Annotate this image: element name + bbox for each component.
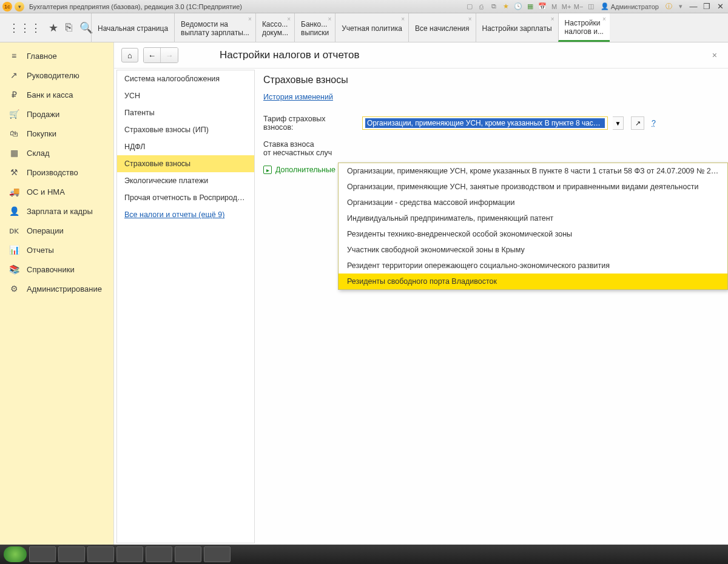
sidebar-icon: 📚	[8, 264, 19, 274]
sidebar-icon: 🛍	[8, 129, 19, 138]
forward-button[interactable]: →	[161, 48, 178, 62]
sidebar-item-1[interactable]: ↗Руководителю	[0, 65, 113, 85]
favorite-icon[interactable]: ★	[49, 21, 58, 35]
dropdown-item-4[interactable]: Резиденты технико-внедренческой особой э…	[339, 226, 727, 242]
dropdown-item-0[interactable]: Организации, применяющие УСН, кроме указ…	[339, 163, 727, 179]
tab-6[interactable]: ×Настройки зарплаты	[476, 13, 558, 42]
tab-close-icon[interactable]: ×	[248, 16, 252, 22]
user-label[interactable]: 👤Администратор	[598, 2, 661, 10]
toolbar-calendar-icon[interactable]: 📅	[538, 2, 547, 12]
history-link[interactable]: История изменений	[263, 93, 333, 101]
subnav-item-4[interactable]: НДФЛ	[117, 138, 254, 155]
toolbar-info-icon[interactable]: ⓘ	[664, 2, 673, 12]
minimize-button[interactable]: —	[688, 2, 699, 12]
dropdown-item-1[interactable]: Организации, применяющие УСН, занятые пр…	[339, 179, 727, 195]
tab-7[interactable]: ×Настройкиналогов и...	[558, 13, 610, 42]
expand-label: Дополнительные	[275, 166, 335, 174]
tab-close-icon[interactable]: ×	[328, 16, 331, 22]
close-button[interactable]: ✕	[715, 2, 726, 12]
tab-label: Ведомости на	[181, 20, 249, 29]
taskbar-item[interactable]	[29, 546, 56, 562]
tab-close-icon[interactable]: ×	[468, 16, 472, 22]
dropdown-item-6[interactable]: Резидент территории опережающего социаль…	[339, 258, 727, 274]
tab-1[interactable]: ×Ведомости навыплату зарплаты...	[174, 13, 255, 42]
toolbar-print-icon[interactable]: ⎙	[477, 2, 487, 12]
tab-5[interactable]: ×Все начисления	[408, 13, 476, 42]
toolbar-preview-icon[interactable]: ▢	[465, 2, 474, 12]
toolbar-star-icon[interactable]: ★	[501, 2, 511, 12]
maximize-button[interactable]: ❐	[701, 2, 712, 12]
subnav-item-1[interactable]: УСН	[117, 87, 254, 104]
toolbar-info-drop-icon[interactable]: ▾	[676, 2, 686, 12]
tariff-open-button[interactable]: ↗	[631, 116, 644, 130]
subnav-item-5[interactable]: Страховые взносы	[117, 155, 254, 172]
dropdown-item-5[interactable]: Участник свободной экономической зоны в …	[339, 242, 727, 258]
tariff-select[interactable]: Организации, применяющие УСН, кроме указ…	[362, 116, 608, 130]
tab-close-icon[interactable]: ×	[401, 16, 405, 22]
toolbar-calc-icon[interactable]: ▦	[525, 2, 535, 12]
tab-3[interactable]: ×Банко...выписки	[294, 13, 335, 42]
app-menu-icon[interactable]: ▾	[15, 2, 24, 12]
rate-label-2: от несчастных случ	[263, 149, 720, 157]
dropdown-item-7[interactable]: Резиденты свободного порта Владивосток	[339, 274, 727, 289]
tariff-help-icon[interactable]: ?	[652, 119, 656, 127]
tab-close-icon[interactable]: ×	[551, 16, 554, 22]
sidebar-item-7[interactable]: 🚚ОС и НМА	[0, 182, 113, 201]
toolbar-copy-icon[interactable]: ⧉	[489, 2, 499, 12]
dropdown-item-3[interactable]: Индивидуальный предприниматель, применяю…	[339, 210, 727, 226]
home-button[interactable]: ⌂	[121, 48, 138, 62]
taskbar-item[interactable]	[87, 546, 114, 562]
rate-row: Ставка взноса от несчастных случ	[263, 140, 720, 157]
main-area: ⌂ ← → Настройки налогов и отчетов × Сист…	[114, 42, 728, 545]
tab-label: Банко...	[301, 20, 329, 29]
app-body: ≡Главное↗Руководителю₽Банк и касса🛒Прода…	[0, 42, 728, 545]
tab-close-icon[interactable]: ×	[287, 16, 291, 22]
toolbar-history-icon[interactable]: 🕓	[513, 2, 523, 12]
taskbar-item[interactable]	[175, 546, 201, 562]
back-button[interactable]: ←	[144, 48, 161, 62]
sidebar-item-3[interactable]: 🛒Продажи	[0, 104, 113, 124]
sidebar-item-5[interactable]: ▦Склад	[0, 143, 113, 163]
sidebar-icon: ⚙	[8, 284, 19, 294]
sidebar-item-2[interactable]: ₽Банк и касса	[0, 85, 113, 104]
sidebar-item-0[interactable]: ≡Главное	[0, 46, 113, 65]
page-close-button[interactable]: ×	[709, 50, 721, 60]
apps-icon[interactable]: ⋮⋮⋮	[8, 21, 41, 35]
subnav-item-0[interactable]: Система налогообложения	[117, 70, 254, 87]
dropdown-item-2[interactable]: Организации - средства массовой информац…	[339, 195, 727, 210]
subnav-item-7[interactable]: Прочая отчетность в Росприродн...	[117, 189, 254, 206]
taskbar-item[interactable]	[146, 546, 172, 562]
tab-label: Начальная страница	[98, 24, 168, 33]
sidebar-item-9[interactable]: ᴅᴋОперации	[0, 221, 113, 240]
toolbar-mplus-icon[interactable]: M+	[562, 2, 571, 12]
sidebar-item-12[interactable]: ⚙Администрирование	[0, 279, 113, 298]
sidebar-item-6[interactable]: ⚒Производство	[0, 163, 113, 182]
toolbar-panel-icon[interactable]: ◫	[586, 2, 596, 12]
sidebar-label: Операции	[27, 226, 64, 235]
taskbar-item[interactable]	[204, 546, 231, 562]
subnav-item-3[interactable]: Страховые взносы (ИП)	[117, 121, 254, 138]
tab-0[interactable]: Начальная страница	[91, 13, 174, 42]
tab-close-icon[interactable]: ×	[602, 16, 606, 22]
subnav-all-link[interactable]: Все налоги и отчеты (ещё 9)	[117, 206, 254, 223]
taskbar-item[interactable]	[58, 546, 85, 562]
tariff-dropdown-button[interactable]: ▼	[613, 116, 624, 130]
subnav-item-2[interactable]: Патенты	[117, 104, 254, 121]
tab-label: Настройки зарплаты	[482, 24, 552, 33]
tab-2[interactable]: ×Кассо...докум...	[255, 13, 294, 42]
sidebar-item-11[interactable]: 📚Справочники	[0, 260, 113, 279]
subnav-item-6[interactable]: Экологические платежи	[117, 172, 254, 189]
tab-label2: выписки	[301, 29, 329, 37]
sidebar-item-10[interactable]: 📊Отчеты	[0, 240, 113, 260]
tab-4[interactable]: ×Учетная политика	[335, 13, 408, 42]
toolbar-m-icon[interactable]: M	[550, 2, 559, 12]
taskbar-item[interactable]	[116, 546, 143, 562]
sidebar-item-4[interactable]: 🛍Покупки	[0, 124, 113, 143]
sidebar-label: Руководителю	[27, 71, 79, 80]
start-button[interactable]	[4, 546, 27, 562]
clipboard-icon[interactable]: ⎘	[66, 21, 72, 34]
toolbar-mminus-icon[interactable]: M−	[574, 2, 584, 12]
tab-label: Кассо...	[262, 20, 288, 29]
tab-label: Учетная политика	[342, 24, 402, 33]
sidebar-item-8[interactable]: 👤Зарплата и кадры	[0, 201, 113, 221]
